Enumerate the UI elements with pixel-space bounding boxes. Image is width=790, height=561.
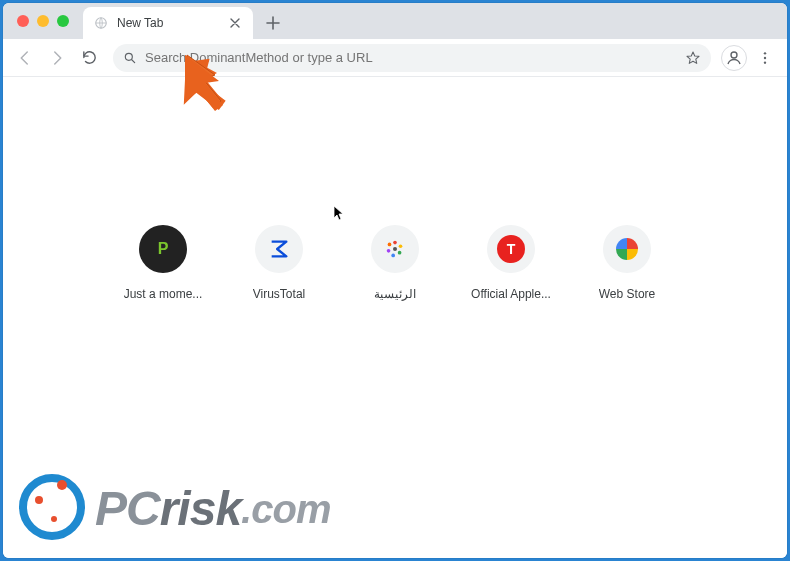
- svg-point-4: [764, 56, 766, 58]
- svg-point-7: [393, 241, 397, 245]
- svg-point-12: [388, 243, 392, 247]
- address-bar[interactable]: [113, 44, 711, 72]
- profile-button[interactable]: [721, 45, 747, 71]
- bookmark-icon[interactable]: [685, 50, 701, 66]
- shortcut-label: VirusTotal: [253, 287, 305, 301]
- close-window-button[interactable]: [17, 15, 29, 27]
- svg-point-2: [731, 52, 737, 58]
- tab-title: New Tab: [117, 16, 163, 30]
- maximize-window-button[interactable]: [57, 15, 69, 27]
- shortcut-label: الرئيسية: [374, 287, 416, 301]
- svg-point-1: [125, 53, 132, 60]
- shortcut-icon: [603, 225, 651, 273]
- shortcuts-row: P Just a mome... VirusTotal: [125, 225, 665, 301]
- svg-point-11: [387, 249, 391, 253]
- address-input[interactable]: [145, 50, 685, 65]
- shortcut-arabic-home[interactable]: الرئيسية: [357, 225, 433, 301]
- browser-window: New Tab: [3, 3, 787, 558]
- tab-favicon: [93, 15, 109, 31]
- mouse-cursor-icon: [333, 205, 345, 221]
- shortcut-virustotal[interactable]: VirusTotal: [241, 225, 317, 301]
- svg-point-6: [393, 247, 397, 251]
- shortcut-official-apple[interactable]: T Official Apple...: [473, 225, 549, 301]
- shortcut-web-store[interactable]: Web Store: [589, 225, 665, 301]
- search-icon: [123, 51, 137, 65]
- svg-point-3: [764, 52, 766, 54]
- shortcut-label: Official Apple...: [471, 287, 551, 301]
- window-controls: [11, 3, 75, 39]
- toolbar: [3, 39, 787, 77]
- shortcut-just-a-moment[interactable]: P Just a mome...: [125, 225, 201, 301]
- close-tab-button[interactable]: [227, 15, 243, 31]
- minimize-window-button[interactable]: [37, 15, 49, 27]
- reload-button[interactable]: [75, 44, 103, 72]
- shortcut-icon: P: [139, 225, 187, 273]
- shortcut-icon: [255, 225, 303, 273]
- back-button[interactable]: [11, 44, 39, 72]
- tab-strip: New Tab: [3, 3, 787, 39]
- svg-point-9: [398, 251, 402, 255]
- forward-button[interactable]: [43, 44, 71, 72]
- svg-point-5: [764, 61, 766, 63]
- shortcut-icon: T: [487, 225, 535, 273]
- new-tab-button[interactable]: [259, 9, 287, 37]
- browser-tab[interactable]: New Tab: [83, 7, 253, 39]
- svg-point-8: [399, 244, 403, 248]
- shortcut-label: Web Store: [599, 287, 655, 301]
- shortcut-label: Just a mome...: [124, 287, 203, 301]
- svg-point-10: [391, 254, 395, 258]
- shortcut-icon: [371, 225, 419, 273]
- new-tab-page: P Just a mome... VirusTotal: [3, 77, 787, 558]
- menu-button[interactable]: [751, 44, 779, 72]
